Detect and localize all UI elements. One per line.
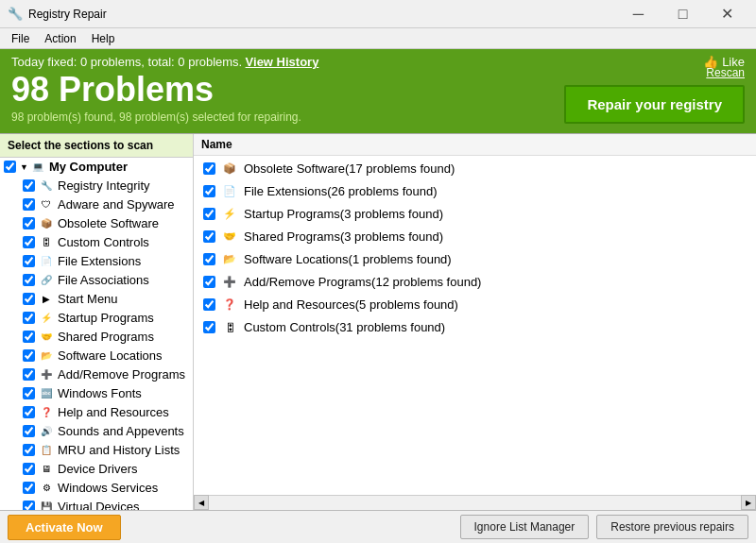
right-item-label: Obsolete Software(17 problems found) — [244, 161, 455, 176]
tree-item[interactable]: 🤝Shared Programs — [0, 328, 193, 347]
tree-item-label: Help and Resources — [58, 405, 169, 419]
tree-item[interactable]: 🔗File Associations — [0, 271, 193, 290]
header: Today fixed: 0 problems, total: 0 proble… — [0, 49, 756, 133]
tree-item-icon: 🔤 — [39, 386, 54, 401]
menu-help[interactable]: Help — [84, 30, 123, 47]
maximize-button[interactable]: □ — [662, 0, 704, 28]
tree-item-label: Add/Remove Programs — [58, 367, 185, 382]
close-button[interactable]: ✕ — [706, 0, 748, 28]
tree-item-icon: 🖥 — [39, 462, 54, 477]
menu-file[interactable]: File — [4, 30, 37, 47]
tree-item-checkbox[interactable] — [23, 501, 35, 510]
tree-item[interactable]: 🔧Registry Integrity — [0, 177, 193, 195]
tree-item-checkbox[interactable] — [23, 425, 35, 437]
right-list-item[interactable]: 📦Obsolete Software(17 problems found) — [194, 158, 756, 180]
tree-item[interactable]: 📋MRU and History Lists — [0, 441, 193, 460]
header-today-text: Today fixed: 0 problems, total: 0 proble… — [11, 55, 318, 69]
tree-item[interactable]: 💾Virtual Devices — [0, 498, 193, 510]
tree-item[interactable]: ▼💻My Computer — [0, 158, 193, 177]
tree-item-checkbox[interactable] — [23, 255, 35, 267]
expand-arrow-icon: ▼ — [20, 162, 28, 172]
right-item-checkbox[interactable] — [203, 298, 215, 311]
tree-container[interactable]: ▼💻My Computer🔧Registry Integrity🛡Adware … — [0, 158, 193, 510]
tree-item-icon: 🤝 — [39, 330, 54, 345]
tree-item-label: File Extensions — [58, 254, 141, 268]
minimize-button[interactable]: ─ — [617, 0, 660, 28]
right-list-item[interactable]: ➕Add/Remove Programs(12 problems found) — [194, 271, 756, 294]
tree-item[interactable]: 📄File Extensions — [0, 252, 193, 271]
tree-item-label: My Computer — [49, 160, 128, 174]
tree-item-label: Custom Controls — [58, 235, 149, 249]
activate-button[interactable]: Activate Now — [8, 515, 121, 540]
right-item-checkbox[interactable] — [203, 162, 215, 175]
scroll-right-arrow[interactable]: ▶ — [741, 495, 756, 510]
right-item-checkbox[interactable] — [203, 253, 215, 265]
tree-item[interactable]: 📦Obsolete Software — [0, 214, 193, 233]
tree-item-label: Sounds and Appevents — [58, 424, 184, 438]
tree-item[interactable]: 🔤Windows Fonts — [0, 384, 193, 403]
right-item-label: Custom Controls(31 problems found) — [244, 320, 445, 334]
tree-item-checkbox[interactable] — [23, 368, 35, 381]
tree-item[interactable]: 🔊Sounds and Appevents — [0, 422, 193, 441]
scroll-left-arrow[interactable]: ◀ — [194, 495, 209, 510]
tree-item[interactable]: ⚙Windows Services — [0, 479, 193, 498]
tree-item-icon: ❓ — [39, 405, 54, 420]
tree-item[interactable]: ▶Start Menu — [0, 290, 193, 309]
right-item-icon: 📂 — [221, 251, 238, 268]
right-item-label: Startup Programs(3 problems found) — [244, 207, 443, 221]
right-list-item[interactable]: 🎛Custom Controls(31 problems found) — [194, 316, 756, 339]
tree-item-checkbox[interactable] — [23, 444, 35, 456]
right-list-item[interactable]: 📂Software Locations(1 problems found) — [194, 248, 756, 271]
tree-item-icon: 💻 — [30, 160, 45, 175]
tree-item-checkbox[interactable] — [23, 312, 35, 324]
tree-item[interactable]: 🛡Adware and Spyware — [0, 195, 193, 214]
tree-item[interactable]: 📂Software Locations — [0, 347, 193, 365]
tree-item-checkbox[interactable] — [23, 463, 35, 475]
right-list-item[interactable]: 🤝Shared Programs(3 problems found) — [194, 226, 756, 248]
tree-item[interactable]: ⚡Startup Programs — [0, 309, 193, 328]
tree-item-label: MRU and History Lists — [58, 443, 180, 457]
tree-item-checkbox[interactable] — [23, 349, 35, 362]
tree-item-checkbox[interactable] — [23, 179, 35, 192]
tree-item-checkbox[interactable] — [23, 406, 35, 418]
tree-item-checkbox[interactable] — [23, 482, 35, 494]
right-item-checkbox[interactable] — [203, 185, 215, 197]
tree-item-label: Shared Programs — [58, 330, 154, 344]
tree-item-checkbox[interactable] — [23, 198, 35, 211]
repair-button[interactable]: Repair your registry — [564, 85, 745, 124]
tree-item-label: Start Menu — [58, 292, 118, 306]
tree-item[interactable]: ❓Help and Resources — [0, 403, 193, 422]
right-item-icon: ❓ — [221, 297, 238, 314]
right-item-checkbox[interactable] — [203, 321, 215, 333]
tree-item[interactable]: 🖥Device Drivers — [0, 460, 193, 479]
tree-item-checkbox[interactable] — [23, 293, 35, 305]
main-content: Select the sections to scan ▼💻My Compute… — [0, 133, 756, 510]
tree-item-checkbox[interactable] — [23, 217, 35, 229]
right-item-checkbox[interactable] — [203, 208, 215, 220]
tree-item-label: Adware and Spyware — [58, 197, 175, 212]
right-list-item[interactable]: ❓Help and Resources(5 problems found) — [194, 294, 756, 316]
hscroll-track[interactable] — [209, 496, 741, 510]
restore-button[interactable]: Restore previous repairs — [596, 515, 748, 539]
app-icon: 🔧 — [8, 7, 23, 21]
tree-item[interactable]: ➕Add/Remove Programs — [0, 365, 193, 384]
tree-item-checkbox[interactable] — [23, 274, 35, 286]
right-panel-header: Name — [194, 134, 756, 156]
right-item-icon: 📦 — [221, 161, 238, 178]
right-item-icon: 🎛 — [221, 319, 238, 336]
tree-item-icon: 📦 — [39, 216, 54, 231]
tree-item-checkbox[interactable] — [4, 161, 16, 173]
right-item-checkbox[interactable] — [203, 276, 215, 288]
menu-action[interactable]: Action — [37, 30, 83, 47]
right-list-item[interactable]: 📄File Extensions(26 problems found) — [194, 180, 756, 203]
tree-item-checkbox[interactable] — [23, 387, 35, 399]
tree-item[interactable]: 🎛Custom Controls — [0, 233, 193, 252]
rescan-link[interactable]: Rescan — [706, 66, 745, 79]
tree-item-checkbox[interactable] — [23, 236, 35, 248]
tree-item-checkbox[interactable] — [23, 331, 35, 343]
ignore-list-button[interactable]: Ignore List Manager — [460, 515, 590, 539]
horizontal-scrollbar[interactable]: ◀ ▶ — [194, 495, 756, 510]
right-item-checkbox[interactable] — [203, 230, 215, 243]
right-list-item[interactable]: ⚡Startup Programs(3 problems found) — [194, 203, 756, 226]
view-history-link[interactable]: View History — [246, 55, 319, 69]
